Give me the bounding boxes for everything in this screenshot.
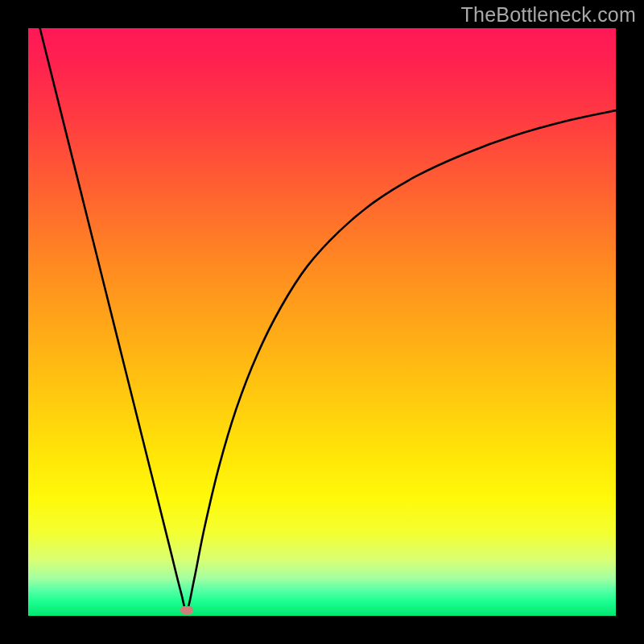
bottleneck-curve [28,28,616,616]
chart-frame: TheBottleneck.com [0,0,644,644]
plot-area [28,28,616,616]
watermark-text: TheBottleneck.com [461,3,636,27]
minimum-marker [180,606,193,614]
